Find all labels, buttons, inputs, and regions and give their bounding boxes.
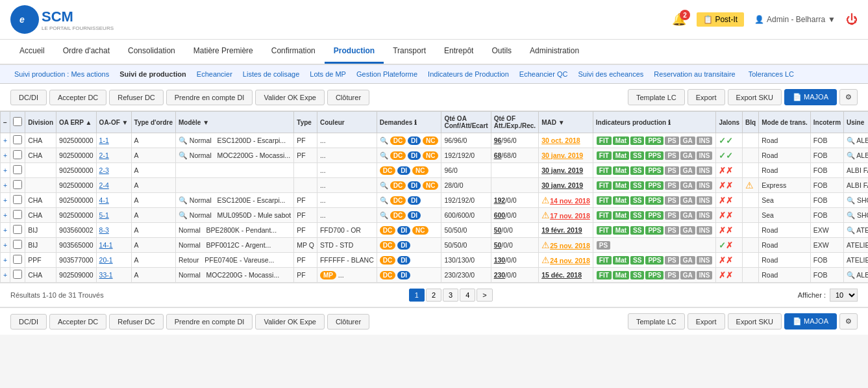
row-checkbox[interactable] xyxy=(13,225,22,234)
subnav-lots-mp[interactable]: Lots de MP xyxy=(306,69,350,79)
cell-mad[interactable]: ⚠24 nov. 2018 xyxy=(539,253,593,268)
row-checkbox-cell[interactable] xyxy=(10,163,25,178)
nav-administration[interactable]: Administration xyxy=(521,40,588,64)
row-expand[interactable]: + xyxy=(1,208,10,223)
search-icon-usine[interactable]: 🔍 xyxy=(847,196,855,204)
cell-oa-of[interactable]: 2-4 xyxy=(96,178,131,193)
page-2-button[interactable]: 2 xyxy=(426,289,441,302)
col-checkbox-header[interactable] xyxy=(10,112,25,133)
subnav-reservation[interactable]: Reservation au transitaire xyxy=(650,69,739,79)
cell-mad[interactable]: ⚠25 nov. 2018 xyxy=(539,238,593,253)
row-checkbox[interactable] xyxy=(13,240,22,249)
template-lc-button[interactable]: Template LC xyxy=(628,89,685,105)
bottom-cloturer-button[interactable]: Clôturer xyxy=(327,314,369,330)
search-icon-usine[interactable]: 🔍 xyxy=(847,151,855,159)
bottom-settings-button[interactable]: ⚙ xyxy=(839,313,858,330)
row-checkbox[interactable] xyxy=(13,195,22,204)
refuser-dc-button[interactable]: Refuser DC xyxy=(109,90,163,105)
search-icon-usine[interactable]: 🔍 xyxy=(847,226,855,234)
nav-matiere-premiere[interactable]: Matière Première xyxy=(184,40,262,64)
row-expand[interactable]: + xyxy=(1,193,10,208)
search-icon-sm[interactable]: 🔍 xyxy=(179,151,188,159)
row-checkbox-cell[interactable] xyxy=(10,148,25,163)
search-icon-small[interactable]: 🔍 xyxy=(380,136,388,144)
subnav-indicateurs[interactable]: Indicateurs de Production xyxy=(424,69,513,79)
row-expand[interactable]: + xyxy=(1,133,10,148)
row-checkbox-cell[interactable] xyxy=(10,223,25,238)
cell-oa-of[interactable]: 8-3 xyxy=(96,223,131,238)
row-checkbox[interactable] xyxy=(13,150,22,159)
bottom-export-button[interactable]: Export xyxy=(688,313,725,330)
prendre-en-compte-button[interactable]: Prendre en compte DI xyxy=(166,90,253,105)
nav-entrepot[interactable]: Entrepôt xyxy=(435,40,482,64)
bottom-valider-ok-expe-button[interactable]: Valider OK Expe xyxy=(255,314,325,330)
nav-ordre-achat[interactable]: Ordre d'achat xyxy=(54,40,119,64)
subnav-listes-colisage[interactable]: Listes de colisage xyxy=(239,69,303,79)
valider-ok-expe-button[interactable]: Valider OK Expe xyxy=(255,90,325,105)
bottom-template-lc-button[interactable]: Template LC xyxy=(628,313,685,330)
cell-mad[interactable]: ⚠17 nov. 2018 xyxy=(539,208,593,223)
row-expand[interactable]: + xyxy=(1,238,10,253)
row-checkbox[interactable] xyxy=(13,255,22,264)
cell-oa-of[interactable]: 33-1 xyxy=(96,268,131,283)
search-icon-usine[interactable]: 🔍 xyxy=(847,136,855,144)
row-expand[interactable]: + xyxy=(1,178,10,193)
cell-mad[interactable]: ⚠14 nov. 2018 xyxy=(539,193,593,208)
row-checkbox-cell[interactable] xyxy=(10,238,25,253)
subnav-tolerances[interactable]: Tolerances LC xyxy=(745,69,798,79)
row-checkbox-cell[interactable] xyxy=(10,208,25,223)
bottom-dc-di-button[interactable]: DC/DI xyxy=(10,314,47,330)
page-next-button[interactable]: > xyxy=(477,289,492,302)
cell-oa-of[interactable]: 2-3 xyxy=(96,163,131,178)
row-expand[interactable]: + xyxy=(1,163,10,178)
search-icon-sm[interactable]: 🔍 xyxy=(179,196,188,204)
row-expand[interactable]: + xyxy=(1,148,10,163)
bottom-export-sku-button[interactable]: Export SKU xyxy=(728,313,782,330)
cell-mad[interactable]: 30 janv. 2019 xyxy=(539,163,593,178)
cell-mad[interactable]: 30 janv. 2019 xyxy=(539,148,593,163)
row-expand[interactable]: + xyxy=(1,268,10,283)
notification-button[interactable]: 🔔 2 xyxy=(672,12,686,27)
row-checkbox[interactable] xyxy=(13,165,22,174)
nav-production[interactable]: Production xyxy=(325,40,384,64)
bottom-prendre-en-compte-button[interactable]: Prendre en compte DI xyxy=(166,314,253,330)
accepter-dc-button[interactable]: Accepter DC xyxy=(49,90,106,105)
export-button[interactable]: Export xyxy=(688,89,725,105)
search-icon-small[interactable]: 🔍 xyxy=(380,181,388,189)
row-checkbox[interactable] xyxy=(13,180,22,189)
cell-mad[interactable]: 30 janv. 2019 xyxy=(539,178,593,193)
search-icon-sm[interactable]: 🔍 xyxy=(179,211,188,219)
admin-button[interactable]: 👤 Admin - Belharra ▼ xyxy=(754,15,836,24)
row-checkbox-cell[interactable] xyxy=(10,178,25,193)
search-icon-usine[interactable]: 🔍 xyxy=(847,211,855,219)
post-it-button[interactable]: 📋 Post-It xyxy=(697,12,744,27)
bottom-accepter-dc-button[interactable]: Accepter DC xyxy=(49,314,106,330)
row-checkbox-cell[interactable] xyxy=(10,133,25,148)
col-type-ordre-header[interactable]: Type d'ordre xyxy=(131,112,175,133)
col-oa-erp-header[interactable]: OA ERP ▲ xyxy=(56,112,97,133)
col-mad-header[interactable]: MAD ▼ xyxy=(539,112,593,133)
cell-mad[interactable]: 19 févr. 2019 xyxy=(539,223,593,238)
cloturer-button[interactable]: Clôturer xyxy=(327,90,369,105)
page-3-button[interactable]: 3 xyxy=(443,289,458,302)
row-checkbox[interactable] xyxy=(13,270,22,279)
cell-mad[interactable]: 15 déc. 2018 xyxy=(539,268,593,283)
cell-oa-of[interactable]: 20-1 xyxy=(96,253,131,268)
cell-oa-of[interactable]: 2-1 xyxy=(96,148,131,163)
settings-button[interactable]: ⚙ xyxy=(839,89,858,105)
page-1-button[interactable]: 1 xyxy=(409,289,425,302)
subnav-echeancier[interactable]: Echeancier xyxy=(193,69,236,79)
row-checkbox-cell[interactable] xyxy=(10,268,25,283)
col-oa-of-header[interactable]: OA-OF ▼ xyxy=(96,112,131,133)
cell-oa-of[interactable]: 5-1 xyxy=(96,208,131,223)
nav-consolidation[interactable]: Consolidation xyxy=(119,40,184,64)
search-icon-usine[interactable]: 🔍 xyxy=(847,271,855,279)
bottom-refuser-dc-button[interactable]: Refuser DC xyxy=(109,314,163,330)
export-sku-button[interactable]: Export SKU xyxy=(728,89,782,105)
afficher-select[interactable]: 10 25 50 xyxy=(830,289,858,302)
nav-outils[interactable]: Outils xyxy=(482,40,521,64)
cell-mad[interactable]: 30 oct. 2018 xyxy=(539,133,593,148)
cell-oa-of[interactable]: 4-1 xyxy=(96,193,131,208)
bottom-majoa-button[interactable]: 📄 MAJOA xyxy=(784,313,837,330)
subnav-mes-actions[interactable]: Suivi production : Mes actions xyxy=(10,69,113,79)
